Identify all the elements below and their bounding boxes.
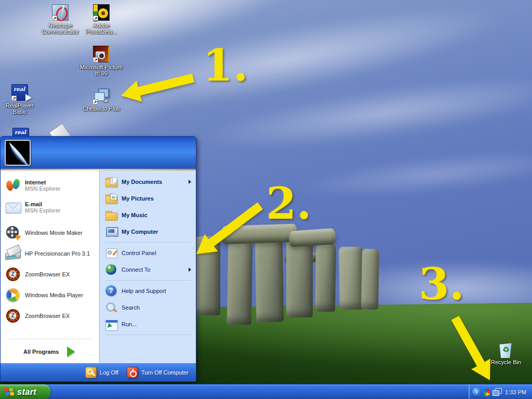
item-label: Control Panel [122,250,156,256]
start-menu-item-text: ZoomBrowser EX [25,271,70,277]
folder-pictures-icon [105,192,118,205]
start-menu-item-help-and-support[interactable]: Help and Support [100,283,196,299]
stonehenge-upright [361,249,379,310]
realplayer-icon: ↗ [11,84,28,101]
spacer [1,326,99,338]
shortcut-arrow-badge: ↗ [52,16,57,21]
start-menu-item-connect-to[interactable]: Connect To [100,261,196,278]
start-menu-item-my-music[interactable]: My Music [100,207,196,223]
start-menu-item-text: InternetMSN Explorer [25,179,60,192]
item-label: ZoomBrowser EX [25,313,70,319]
recycle-icon [498,341,514,357]
start-menu-item-zoombrowser-ex-1[interactable]: ZoomBrowser EX [1,264,99,285]
desktop-icon-label: Microsoft Picture It! 99 [79,64,124,76]
start-menu-places-column: My DocumentsMy PicturesMy MusicMy Comput… [99,170,196,363]
hide-icons-chevron-icon[interactable]: ‹ [472,388,481,396]
zoombrowser-icon [5,267,21,282]
separator [7,339,93,339]
start-menu-item-email[interactable]: E-mailMSN Explorer [1,196,99,218]
item-label: Run... [122,321,137,327]
moviemaker-icon [5,225,21,241]
controlpanel-icon [105,247,118,259]
desktop-icon-label: RealPlayer Basic [0,102,39,115]
submenu-arrow-icon [189,268,191,272]
item-label: ZoomBrowser EX [25,271,70,277]
scanner-icon [5,246,21,261]
system-tray: ‹ 1:33 PM [469,384,532,399]
start-button[interactable]: start [0,384,50,399]
stonehenge-upright [195,236,220,315]
start-menu-item-internet[interactable]: InternetMSN Explorer [1,175,99,196]
start-menu-item-windows-movie-maker[interactable]: Windows Movie Maker [1,222,99,243]
start-menu-footer: Log Off Turn Off Computer [1,363,196,381]
tray-clock: 1:33 PM [505,389,526,395]
item-label: My Music [122,212,148,218]
separator [105,280,191,281]
item-label: HP Precisionscan Pro 3.1 [25,250,90,257]
separator [105,242,191,243]
cloud-streak [290,141,532,207]
stonehenge-upright [227,243,253,325]
start-menu-item-text: Windows Media Player [25,292,83,298]
desktop-icon-microsoft-picture-it-99[interactable]: ↗Microsoft Picture It! 99 [79,46,124,76]
separator [105,335,191,335]
spacer [1,218,99,222]
stonehenge-lintel [221,223,297,244]
start-menu-item-text: Windows Movie Maker [25,230,83,236]
turn-off-computer-button[interactable]: Turn Off Computer [127,367,189,378]
all-programs-label: All Programs [23,349,59,355]
start-menu: InternetMSN ExplorerE-mailMSN ExplorerWi… [0,136,196,382]
photodeluxe-icon: ↗ [93,4,110,21]
msn-tray-icon[interactable] [482,387,492,397]
desktop-icon-recycle-bin[interactable]: Recycle Bin [485,341,527,365]
start-menu-item-run[interactable]: Run... [100,316,196,332]
desktop-icon-netscape-communicator[interactable]: ↗Netscape Communicator [39,4,81,35]
start-menu-item-text: ZoomBrowser EX [25,313,70,319]
log-off-button[interactable]: Log Off [85,367,118,378]
item-sublabel: MSN Explorer [25,185,60,192]
log-off-label: Log Off [100,369,118,376]
network-tray-icon[interactable] [493,388,502,396]
globe-icon [105,263,118,276]
desktop-icon-chebucto-plus[interactable]: ↗Chebucto Plus [78,87,125,112]
chebucto-icon: ↗ [93,87,110,104]
cloud-streak [60,0,511,133]
item-label: E-mail [25,201,60,207]
shortcut-arrow-badge: ↗ [93,57,98,62]
desktop-icon-adobe-photodeluxe[interactable]: ↗Adobe PhotoDelu... [80,4,123,35]
start-menu-body: InternetMSN ExplorerE-mailMSN ExplorerWi… [1,170,196,363]
wmp-icon [5,287,21,303]
start-button-label: start [17,388,36,397]
start-menu-item-zoombrowser-ex-2[interactable]: ZoomBrowser EX [1,305,99,326]
desktop-icon-label: Recycle Bin [485,359,527,365]
user-picture-earth-photo [5,140,31,166]
taskbar: start ‹ 1:33 PM [0,384,532,399]
start-menu-item-my-computer[interactable]: My Computer [100,223,196,240]
start-menu-item-search[interactable]: Search [100,299,196,316]
power-icon [127,367,138,378]
log-off-key-icon [85,367,97,378]
start-menu-item-control-panel[interactable]: Control Panel [100,245,196,261]
desktop-icon-realplayer-basic[interactable]: ↗RealPlayer Basic [0,84,39,115]
item-label: My Computer [122,229,158,235]
start-menu-item-windows-media-player[interactable]: Windows Media Player [1,285,99,305]
help-icon [105,285,118,297]
start-menu-item-text: E-mailMSN Explorer [25,201,60,214]
pictureit-icon: ↗ [93,46,110,62]
stonehenge-lintel [288,228,336,247]
desktop-icon-label: Chebucto Plus [78,105,125,112]
shortcut-arrow-badge: ↗ [92,99,98,104]
start-menu-item-my-documents[interactable]: My Documents [100,174,196,190]
zoombrowser-icon [5,308,21,324]
item-label: My Documents [122,179,162,185]
stonehenge-upright [255,235,284,323]
all-programs-button[interactable]: All Programs [1,340,99,363]
start-menu-item-my-pictures[interactable]: My Pictures [100,190,196,207]
item-label: My Pictures [122,195,154,202]
netscape-icon: ↗ [52,4,69,21]
item-label: Search [122,304,140,311]
desktop-icon-label: Netscape Communicator [39,22,81,35]
folder-docs-icon [105,176,118,188]
start-menu-item-hp-precisionscan-pro[interactable]: HP Precisionscan Pro 3.1 [1,243,99,264]
item-label: Internet [25,179,60,185]
